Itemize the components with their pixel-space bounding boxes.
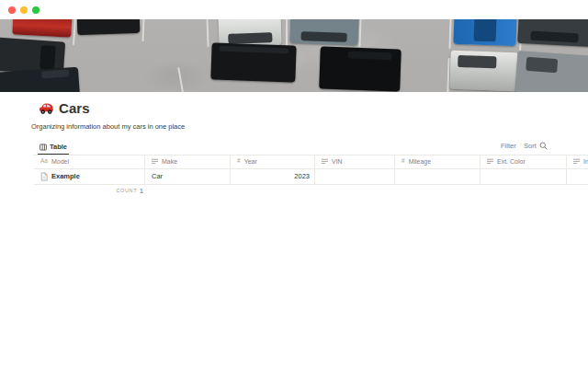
car-shape-teal — [289, 19, 358, 45]
parking-line — [142, 19, 145, 41]
parking-line — [206, 19, 209, 47]
car-shape-black-minivan — [319, 46, 401, 91]
column-header-ext-color[interactable]: Ext. Color — [481, 155, 567, 168]
count-calculation[interactable]: Count 1 — [34, 185, 145, 194]
parking-line — [73, 19, 76, 45]
window-titlebar — [0, 0, 588, 19]
car-shape-red — [12, 19, 72, 38]
sort-button[interactable]: Sort — [524, 142, 537, 150]
count-value: 1 — [140, 188, 143, 194]
parking-line — [177, 67, 185, 92]
text-lines-icon — [573, 158, 580, 165]
filter-button[interactable]: Filter — [501, 142, 516, 150]
zoom-window-button[interactable] — [32, 6, 40, 14]
cell-make[interactable]: Car — [145, 169, 231, 184]
cell-year[interactable]: 2023 — [231, 169, 315, 184]
cell-mileage[interactable] — [395, 169, 481, 184]
tab-table-label: Table — [50, 143, 67, 151]
text-lines-icon — [152, 158, 158, 165]
database-table: Aa Model Make # Year VIN # Mileage Ext. … — [34, 155, 588, 194]
number-hash-icon: # — [401, 158, 405, 165]
page-icon-red-car[interactable] — [39, 101, 54, 115]
search-icon[interactable] — [539, 142, 548, 150]
page-title[interactable]: Cars — [59, 100, 90, 116]
number-hash-icon: # — [237, 158, 241, 165]
cover-image[interactable] — [0, 19, 588, 92]
car-shape-darkgray — [517, 19, 588, 47]
title-aa-icon: Aa — [40, 158, 48, 165]
parking-line — [358, 19, 361, 47]
count-label: Count — [117, 188, 138, 193]
column-header-make[interactable]: Make — [145, 155, 231, 168]
minimize-window-button[interactable] — [20, 6, 28, 14]
text-lines-icon — [322, 158, 328, 165]
page-document-icon — [40, 172, 48, 181]
car-shape-dark-car — [0, 67, 80, 92]
car-shape-black — [77, 19, 141, 35]
column-header-model[interactable]: Aa Model — [34, 155, 145, 168]
parking-line — [286, 19, 288, 49]
car-shape-black-suv — [210, 42, 296, 82]
column-header-year[interactable]: # Year — [231, 155, 315, 168]
column-header-int-color[interactable]: Int. Color — [567, 155, 588, 168]
view-toolbar: Table Filter Sort — [33, 137, 588, 155]
column-header-vin[interactable]: VIN — [315, 155, 395, 168]
text-lines-icon — [487, 158, 493, 165]
tab-table-view[interactable]: Table — [38, 140, 69, 155]
page-header: Cars — [39, 100, 90, 116]
cell-vin[interactable] — [315, 169, 395, 184]
cell-int-color[interactable] — [567, 169, 588, 184]
close-window-button[interactable] — [8, 6, 16, 14]
car-shape-blue — [453, 19, 516, 46]
table-header-row: Aa Model Make # Year VIN # Mileage Ext. … — [34, 155, 588, 169]
page-description[interactable]: Organizing information about my cars in … — [31, 122, 185, 131]
column-header-mileage[interactable]: # Mileage — [395, 155, 481, 168]
car-shape-silver-suv — [449, 51, 518, 92]
cell-ext-color[interactable] — [481, 169, 567, 184]
parking-line — [448, 19, 451, 49]
car-shape-gray-sedan — [514, 51, 588, 92]
table-row: Example Car 2023 — [34, 169, 588, 185]
table-footer-row: Count 1 — [34, 185, 588, 194]
table-view-icon — [40, 144, 47, 151]
cell-model[interactable]: Example — [34, 169, 145, 184]
